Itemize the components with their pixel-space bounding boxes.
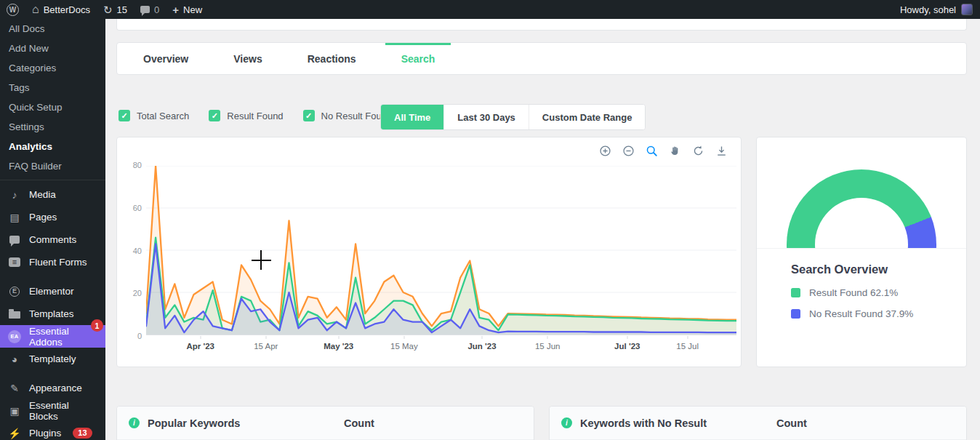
y-tick-label: 0 — [137, 332, 142, 340]
sidebar-item-elementor[interactable]: E Elementor — [0, 280, 105, 303]
comments-menu[interactable]: 0 — [134, 0, 166, 19]
x-tick-label: 15 May — [390, 342, 418, 351]
tab-overview[interactable]: Overview — [142, 43, 190, 74]
popular-keywords-card: i Popular Keywords Count — [116, 406, 534, 440]
legend-label: No Result Found 37.9% — [809, 308, 913, 319]
menu-label: Plugins — [29, 428, 61, 439]
appearance-icon: ✎ — [7, 383, 22, 394]
sidebar-item-media[interactable]: ♪ Media — [0, 183, 105, 206]
zoom-in-icon[interactable] — [599, 145, 611, 157]
sidebar-item-comments[interactable]: Comments — [0, 228, 105, 251]
donut-chart-area — [757, 137, 966, 249]
x-tick-label: Jun '23 — [467, 342, 496, 351]
elementor-icon: E — [7, 287, 22, 297]
download-icon[interactable] — [715, 145, 728, 157]
sidebar-item-all-docs[interactable]: All Docs — [0, 19, 105, 39]
sidebar-item-faq-builder[interactable]: FAQ Builder — [0, 156, 105, 176]
info-icon[interactable]: i — [561, 417, 572, 428]
y-tick-label: 80 — [133, 161, 142, 169]
x-tick-label: 15 Jul — [676, 342, 699, 351]
all-time-button[interactable]: All Time — [381, 105, 443, 129]
checkbox-check-icon: ✓ — [209, 110, 220, 121]
templates-icon — [7, 309, 22, 319]
x-tick-mark — [200, 336, 201, 339]
checkbox-result-found[interactable]: ✓ Result Found — [209, 110, 283, 121]
x-tick-mark — [547, 336, 548, 339]
comments-bubble-icon — [140, 6, 150, 13]
x-tick-label: Jul '23 — [614, 342, 640, 351]
sidebar-item-quick-setup[interactable]: Quick Setup — [0, 97, 105, 117]
home-icon: ⌂ — [32, 4, 39, 15]
y-axis: 806040200 — [121, 161, 142, 340]
checkbox-total-search[interactable]: ✓ Total Search — [119, 110, 189, 121]
sidebar-item-add-new[interactable]: Add New — [0, 39, 105, 58]
x-tick-mark — [482, 336, 483, 339]
wp-logo-menu[interactable]: W — [0, 0, 25, 19]
x-tick-mark — [265, 336, 266, 339]
wp-admin-sidebar: All Docs Add New Categories Tags Quick S… — [0, 19, 105, 440]
series-checkbox-group: ✓ Total Search ✓ Result Found ✓ No Resul… — [119, 110, 392, 121]
chart-crosshair-cursor — [260, 250, 262, 270]
media-icon: ♪ — [7, 189, 22, 201]
sidebar-item-plugins[interactable]: ⚡ Plugins 13 — [0, 422, 105, 440]
sidebar-item-analytics[interactable]: Analytics — [0, 137, 105, 156]
sidebar-item-templates[interactable]: Templates — [0, 303, 105, 325]
x-tick-label: Apr '23 — [186, 342, 214, 351]
new-label: New — [183, 4, 202, 15]
betterdocs-analytics-screen: W ⌂ BetterDocs ↻ 15 0 + New Howdy, sohel… — [0, 0, 980, 440]
wordpress-logo-icon: W — [7, 4, 19, 16]
sidebar-item-categories[interactable]: Categories — [0, 58, 105, 78]
no-result-keywords-header: i Keywords with No Result Count — [550, 407, 966, 440]
menu-label: Fluent Forms — [29, 257, 87, 268]
zoom-out-icon[interactable] — [622, 145, 635, 157]
reset-zoom-icon[interactable] — [692, 145, 704, 157]
popular-keywords-title: Popular Keywords — [148, 417, 240, 429]
x-tick-label: 15 Apr — [254, 342, 278, 351]
x-tick-mark — [338, 336, 339, 339]
updates-icon: ↻ — [103, 4, 113, 15]
sidebar-item-templately[interactable]: ◕ Templately — [0, 348, 105, 370]
sidebar-item-pages[interactable]: ▤ Pages — [0, 206, 105, 228]
site-name-menu[interactable]: ⌂ BetterDocs — [25, 0, 97, 19]
custom-date-range-button[interactable]: Custom Date Range — [529, 105, 646, 129]
plugins-icon: ⚡ — [7, 428, 22, 439]
plot-area[interactable] — [146, 166, 736, 335]
y-tick-label: 60 — [133, 204, 142, 212]
x-axis: Apr '2315 AprMay '2315 MayJun '2315 JunJ… — [146, 336, 736, 355]
sidebar-divider — [0, 180, 105, 180]
menu-label: Essential Addons — [29, 326, 98, 348]
site-name: BetterDocs — [44, 4, 90, 15]
checkbox-no-result-found[interactable]: ✓ No Result Found — [303, 110, 393, 121]
popular-keywords-header: i Popular Keywords Count — [117, 407, 534, 440]
checkbox-check-icon: ✓ — [303, 110, 315, 121]
plugins-badge: 13 — [73, 428, 92, 439]
updates-menu[interactable]: ↻ 15 — [97, 0, 134, 19]
sidebar-item-essential-blocks[interactable]: ▣ Essential Blocks — [0, 399, 105, 422]
legend-label: Result Found 62.1% — [809, 287, 898, 298]
tab-search[interactable]: Search — [400, 43, 437, 74]
templately-icon: ◕ — [7, 353, 22, 365]
sidebar-item-settings[interactable]: Settings — [0, 117, 105, 137]
y-tick-label: 20 — [133, 289, 142, 297]
no-result-found-swatch — [791, 309, 800, 319]
sidebar-item-fluent-forms[interactable]: ≡ Fluent Forms — [0, 251, 105, 273]
info-icon[interactable]: i — [129, 417, 140, 428]
x-tick-mark — [687, 336, 688, 339]
no-result-keywords-title: Keywords with No Result — [580, 417, 707, 429]
selection-zoom-icon[interactable] — [646, 145, 658, 157]
last-30-days-button[interactable]: Last 30 Days — [443, 105, 529, 129]
tab-reactions[interactable]: Reactions — [306, 43, 358, 74]
essential-addons-badge: 1 — [91, 319, 103, 332]
search-line-chart — [146, 166, 736, 335]
fluent-forms-icon: ≡ — [7, 257, 22, 267]
sidebar-item-tags[interactable]: Tags — [0, 78, 105, 97]
sidebar-item-essential-addons[interactable]: EA Essential Addons 1 — [0, 325, 105, 348]
sidebar-item-appearance[interactable]: ✎ Appearance — [0, 377, 105, 399]
new-content-menu[interactable]: + New — [166, 0, 209, 19]
account-menu[interactable]: Howdy, sohel — [900, 4, 980, 15]
essential-addons-icon: EA — [7, 330, 22, 343]
tab-views[interactable]: Views — [232, 43, 263, 74]
pan-icon[interactable] — [669, 145, 681, 157]
comments-icon — [7, 236, 22, 244]
count-column-header: Count — [344, 417, 374, 429]
